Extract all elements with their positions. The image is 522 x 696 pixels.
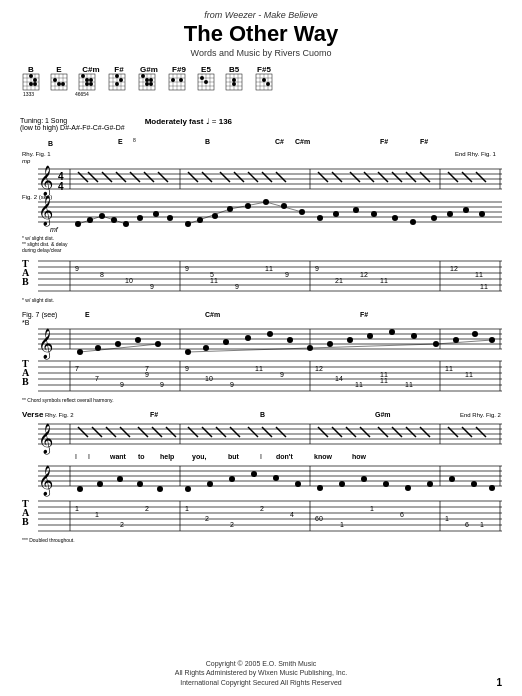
svg-text:11: 11 xyxy=(475,271,483,278)
svg-text:mf: mf xyxy=(50,226,59,233)
svg-point-251 xyxy=(245,335,251,341)
svg-text:but: but xyxy=(228,453,240,460)
svg-text:1: 1 xyxy=(445,515,449,522)
svg-text:B: B xyxy=(28,65,34,74)
svg-text:46654: 46654 xyxy=(75,91,89,97)
svg-text:*B: *B xyxy=(22,319,30,326)
svg-text:9: 9 xyxy=(185,365,189,372)
svg-point-383 xyxy=(449,476,455,482)
svg-text:7: 7 xyxy=(95,375,99,382)
svg-point-256 xyxy=(347,337,353,343)
svg-point-262 xyxy=(472,331,478,337)
svg-point-245 xyxy=(115,341,121,347)
svg-text:4: 4 xyxy=(290,511,294,518)
svg-line-267 xyxy=(436,340,492,344)
svg-text:𝄞: 𝄞 xyxy=(38,328,53,360)
svg-text:C#m: C#m xyxy=(205,311,220,318)
svg-point-91 xyxy=(232,82,236,86)
svg-point-261 xyxy=(453,337,459,343)
svg-point-179 xyxy=(410,219,416,225)
svg-point-379 xyxy=(361,476,367,482)
svg-text:E5: E5 xyxy=(201,65,211,74)
svg-point-178 xyxy=(392,215,398,221)
tuning-info: Tuning: 1 Song (low to high) D#-A#-F#-C#… xyxy=(20,117,125,131)
svg-point-71 xyxy=(179,78,183,82)
svg-text:E: E xyxy=(118,138,123,145)
svg-text:𝄞: 𝄞 xyxy=(38,165,53,197)
svg-line-150 xyxy=(476,172,486,182)
svg-line-133 xyxy=(188,172,198,182)
svg-text:to: to xyxy=(138,453,145,460)
svg-text:2: 2 xyxy=(205,515,209,522)
svg-line-146 xyxy=(406,172,416,182)
svg-point-259 xyxy=(411,333,417,339)
svg-line-330 xyxy=(248,427,258,437)
svg-text:Fig. 7 (see): Fig. 7 (see) xyxy=(22,311,57,319)
copyright-line3: International Copyright Secured All Righ… xyxy=(0,678,522,688)
svg-text:1333: 1333 xyxy=(23,91,34,97)
svg-point-34 xyxy=(89,78,93,82)
svg-line-139 xyxy=(276,172,286,182)
svg-text:C#m: C#m xyxy=(82,65,99,74)
svg-line-319 xyxy=(78,427,88,437)
svg-text:4: 4 xyxy=(58,181,64,192)
info-row: Tuning: 1 Song (low to high) D#-A#-F#-C#… xyxy=(20,117,502,131)
svg-line-322 xyxy=(120,427,130,437)
svg-text:know: know xyxy=(314,453,332,460)
svg-line-327 xyxy=(202,427,212,437)
svg-point-253 xyxy=(287,337,293,343)
svg-point-371 xyxy=(185,486,191,492)
svg-text:60: 60 xyxy=(315,515,323,522)
chord-diagrams-svg: B 1333 E C#m xyxy=(21,64,501,109)
tuning-notes: (low to high) D#-A#-F#-C#-G#-D# xyxy=(20,124,125,131)
svg-point-370 xyxy=(157,486,163,492)
svg-text:21: 21 xyxy=(335,277,343,284)
svg-text:9: 9 xyxy=(315,265,319,272)
tempo-note: ♩ = xyxy=(206,117,219,126)
svg-line-126 xyxy=(78,172,88,182)
svg-point-81 xyxy=(204,80,208,84)
svg-text:8: 8 xyxy=(100,271,104,278)
svg-point-183 xyxy=(479,211,485,217)
svg-text:don't: don't xyxy=(276,453,293,460)
header: from Weezer - Make Believe The Other Way… xyxy=(20,10,502,58)
svg-text:10: 10 xyxy=(205,375,213,382)
svg-text:C#m: C#m xyxy=(295,138,310,145)
svg-text:11: 11 xyxy=(380,377,388,384)
svg-point-180 xyxy=(431,215,437,221)
svg-text:I: I xyxy=(75,453,77,460)
svg-point-48 xyxy=(115,82,119,86)
chord-diagrams: B 1333 E C#m xyxy=(20,64,502,109)
svg-line-320 xyxy=(92,427,102,437)
svg-text:B: B xyxy=(22,376,29,387)
svg-point-255 xyxy=(327,341,333,347)
svg-point-60 xyxy=(145,82,149,86)
svg-point-373 xyxy=(229,476,235,482)
svg-line-331 xyxy=(262,427,272,437)
svg-point-249 xyxy=(203,345,209,351)
svg-line-131 xyxy=(144,172,154,182)
tempo-info: Moderately fast ♩ = 136 xyxy=(145,117,232,131)
svg-text:1: 1 xyxy=(480,521,484,528)
svg-text:B: B xyxy=(22,276,29,287)
svg-text:6: 6 xyxy=(400,511,404,518)
svg-text:9: 9 xyxy=(75,265,79,272)
svg-point-250 xyxy=(223,339,229,345)
svg-text:2: 2 xyxy=(230,521,234,528)
svg-text:1: 1 xyxy=(95,511,99,518)
svg-point-375 xyxy=(273,475,279,481)
svg-line-142 xyxy=(350,172,360,182)
svg-line-321 xyxy=(106,427,116,437)
svg-text:Rhy. Fig. 2: Rhy. Fig. 2 xyxy=(45,412,74,418)
svg-text:C#: C# xyxy=(275,138,284,145)
svg-text:F#: F# xyxy=(420,138,428,145)
svg-text:* w/ slight dist.: * w/ slight dist. xyxy=(22,297,54,303)
page: from Weezer - Make Believe The Other Way… xyxy=(0,0,522,696)
svg-point-182 xyxy=(463,207,469,213)
svg-point-47 xyxy=(119,78,123,82)
svg-point-168 xyxy=(212,213,218,219)
svg-text:9: 9 xyxy=(120,381,124,388)
svg-line-134 xyxy=(202,172,212,182)
svg-text:𝄞: 𝄞 xyxy=(38,465,53,497)
svg-text:2: 2 xyxy=(120,521,124,528)
